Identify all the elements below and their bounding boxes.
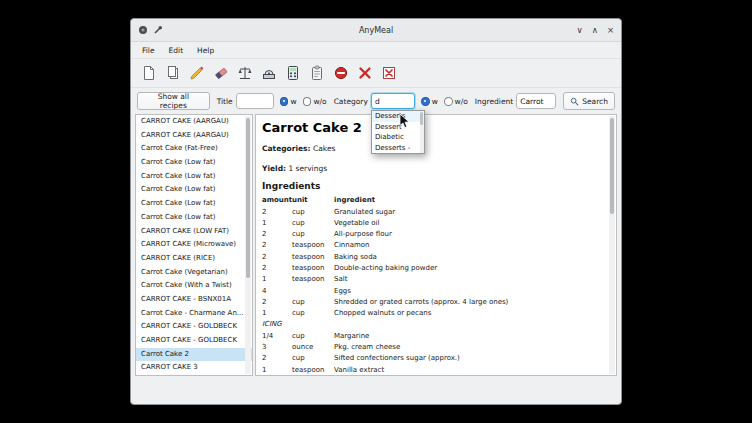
ingredient-row: 1/4 cup Margarine [262, 331, 606, 342]
recipe-list-item[interactable]: Carrot Cake - Charmane An... [136, 307, 252, 321]
dropdown-scrollbar-handle[interactable] [420, 112, 423, 125]
recipe-list-item[interactable]: CARROT CAKE - BSNX01A [136, 293, 252, 307]
kitchen-scale-icon [261, 65, 277, 81]
title-without-radio[interactable] [303, 97, 312, 106]
category-with-label: w [432, 97, 438, 106]
title-filter-input[interactable] [236, 93, 274, 109]
copy-recipe-button[interactable] [162, 63, 183, 84]
category-with-radio[interactable] [421, 97, 430, 106]
category-filter-label: Category [334, 97, 368, 106]
app-icon [138, 25, 148, 35]
title-with-radio[interactable] [280, 97, 289, 106]
minimize-button[interactable]: ∨ [576, 26, 582, 35]
ingredient-row: 2 cup All-purpose flour [262, 229, 606, 240]
categories-value: Cakes [313, 144, 335, 153]
ingredient-unit: cup [292, 353, 334, 364]
ingredient-unit: ounce [292, 342, 334, 353]
category-without-label: w/o [455, 97, 468, 106]
ingredient-unit: teaspoon [292, 263, 334, 274]
category-dropdown-item[interactable]: Dessert [372, 122, 420, 133]
maximize-button[interactable]: ∧ [592, 26, 598, 35]
yield-value: 1 servings [288, 164, 327, 173]
ingredient-amount: 2 [262, 353, 292, 364]
recipe-list-item[interactable]: Carrot Cake (With a Twist) [136, 279, 252, 293]
ingredient-name: Pkg. cream cheese [334, 342, 606, 353]
recipe-list-item[interactable]: Carrot Cake (Low fat) [136, 211, 252, 225]
eraser-icon [213, 65, 229, 81]
ingredient-filter-input[interactable] [516, 93, 556, 109]
ingredient-unit: cup [292, 297, 334, 308]
category-dropdown-item[interactable]: Diabetic [372, 132, 420, 143]
database-button[interactable] [330, 63, 351, 84]
ingredient-unit: cup [292, 218, 334, 229]
ingredient-name [334, 319, 606, 330]
scale-recipe-button[interactable] [234, 63, 255, 84]
ingredient-name: Margarine [334, 331, 606, 342]
show-all-recipes-button[interactable]: Show all recipes [137, 92, 210, 110]
menu-item[interactable]: File [135, 44, 162, 57]
calculator-icon [285, 65, 301, 81]
category-filter-input[interactable] [371, 93, 415, 109]
recipe-list-item[interactable]: Carrot Cake (Low fat) [136, 197, 252, 211]
pin-icon[interactable] [153, 25, 163, 35]
category-dropdown-item[interactable]: Desserts [372, 111, 420, 122]
recipe-list-item[interactable]: Carrot Cake (Low fat) [136, 183, 252, 197]
desktop-background: { "window": { "title": "AnyMeal", "contr… [0, 0, 752, 423]
category-input-wrap: Desserts Dessert Diabetic Desserts - [371, 93, 415, 109]
recipe-list-scrollbar[interactable] [245, 116, 251, 374]
convert-units-button[interactable] [258, 63, 279, 84]
menu-item[interactable]: Help [190, 44, 221, 57]
recipe-list-item[interactable]: Carrot Cake (Vegetarian) [136, 266, 252, 280]
nutrition-calc-button[interactable] [282, 63, 303, 84]
ingredient-amount: 1 [262, 365, 292, 376]
recipe-list-item[interactable]: CARROT CAKE (AARGAU) [136, 115, 252, 129]
recipe-detail-scrollbar-handle[interactable] [610, 118, 614, 214]
ingredient-unit: cup [292, 331, 334, 342]
discard-button[interactable] [354, 63, 375, 84]
recipe-list-scrollbar-handle[interactable] [246, 118, 250, 278]
search-button[interactable]: Search [563, 92, 615, 110]
category-dropdown-item[interactable]: Desserts - [372, 143, 420, 154]
recipe-list-item[interactable]: Carrot Cake (Low fat) [136, 156, 252, 170]
category-dropdown: Desserts Dessert Diabetic Desserts - [371, 110, 425, 154]
menu-item[interactable]: Edit [162, 44, 191, 57]
recipe-list-item[interactable]: Carrot Cake (Low fat) [136, 170, 252, 184]
recipe-list-item[interactable]: Carrot Cake (Fat-Free) [136, 142, 252, 156]
ingredient-amount: 1 [262, 274, 292, 285]
ingredient-unit: teaspoon [292, 365, 334, 376]
ingredient-row: 3 ounce Pkg. cream cheese [262, 342, 606, 353]
pencil-icon [189, 65, 205, 81]
ingredient-amount: 2 [262, 240, 292, 251]
ingredient-amount: ICING [262, 319, 292, 330]
ingredient-row: ICING [262, 319, 606, 330]
new-recipe-button[interactable] [138, 63, 159, 84]
recipe-list-item[interactable]: CARROT CAKE (RICE) [136, 252, 252, 266]
erase-recipe-button[interactable] [210, 63, 231, 84]
edit-recipe-button[interactable] [186, 63, 207, 84]
ingredient-row: 2 cup Granulated sugar [262, 207, 606, 218]
recipe-title: Carrot Cake 2 [262, 120, 606, 135]
titlebar[interactable]: AnyMeal ∨ ∧ × [131, 19, 621, 42]
titlebar-icons [138, 25, 163, 35]
ingredients-heading: Ingredients [262, 181, 606, 192]
ingredient-row: 2 cup Sifted confectioners sugar (approx… [262, 353, 606, 364]
shopping-list-button[interactable] [306, 63, 327, 84]
red-x-icon [357, 65, 373, 81]
category-without-radio[interactable] [444, 97, 453, 106]
close-button[interactable]: × [607, 26, 614, 35]
recipe-list-item[interactable]: Carrot Cake 2 [136, 348, 252, 362]
ingredient-name: All-purpose flour [334, 229, 606, 240]
recipe-list-item[interactable]: CARROT CAKE (AARGAU) [136, 129, 252, 143]
close-box-icon [381, 65, 397, 81]
recipe-detail-scrollbar[interactable] [609, 116, 615, 374]
recipe-list-item[interactable]: CARROT CAKE - GOLDBECK [136, 320, 252, 334]
recipe-list-item[interactable]: CARROT CAKE (Microwave) [136, 238, 252, 252]
ingredient-row: 1 cup Chopped walnuts or pecans [262, 308, 606, 319]
ingredient-row: 2 teaspoon Baking soda [262, 252, 606, 263]
recipe-list-item[interactable]: CARROT CAKE 3 [136, 361, 252, 375]
quit-button[interactable] [378, 63, 399, 84]
recipe-list-item[interactable]: CARROT CAKE (LOW FAT) [136, 225, 252, 239]
ingredient-amount: 2 [262, 297, 292, 308]
recipe-list-item[interactable]: CARROT CAKE - GOLDBECK [136, 334, 252, 348]
dropdown-scrollbar[interactable] [420, 111, 424, 153]
